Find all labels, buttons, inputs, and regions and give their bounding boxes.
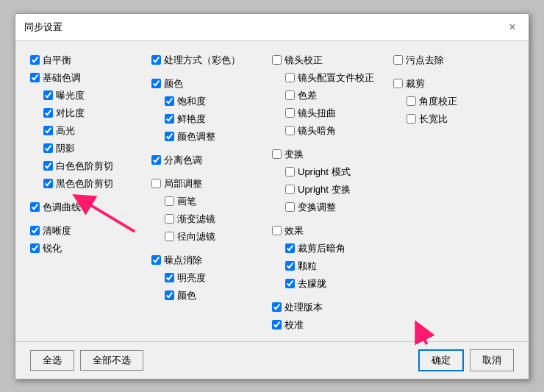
checkbox-lens-distort[interactable] <box>285 108 295 118</box>
checkbox-chromatic-aber[interactable] <box>285 90 295 100</box>
checkbox-highlight[interactable] <box>43 126 53 135</box>
item-split-tone: 分离色调 <box>151 153 267 168</box>
checkbox-lens-correct[interactable] <box>272 55 282 65</box>
item-radial-filter: 径向滤镜 <box>165 229 267 244</box>
close-button[interactable]: × <box>505 20 520 35</box>
checkbox-contrast[interactable] <box>43 108 53 118</box>
checkbox-dehaze[interactable] <box>285 279 295 288</box>
ok-button[interactable]: 确定 <box>418 349 464 371</box>
checkbox-radial-filter[interactable] <box>165 232 174 241</box>
checkbox-calibration[interactable] <box>272 320 282 329</box>
checkbox-brush[interactable] <box>165 196 174 206</box>
checkbox-spot-removal[interactable] <box>393 55 403 65</box>
item-sharpness: 锐化 <box>30 241 146 256</box>
label-chromatic-aber: 色差 <box>298 89 317 102</box>
item-tone-curve: 色调曲线 <box>30 200 146 215</box>
item-exposure: 曝光度 <box>43 88 146 103</box>
label-grad-filter: 渐变滤镜 <box>177 213 215 226</box>
checkbox-noise-reduce[interactable] <box>151 255 161 265</box>
checkbox-lens-vignette[interactable] <box>285 126 295 135</box>
checkbox-shadow[interactable] <box>43 143 53 153</box>
item-lens-vignette: 镜头暗角 <box>285 124 387 138</box>
item-transform-adjust: 变换调整 <box>285 200 387 215</box>
label-shadow: 阴影 <box>56 142 75 155</box>
sync-settings-dialog: 同步设置 × 自平衡 基础色调 曝光度 对比 <box>15 13 529 379</box>
checkbox-color-adjust[interactable] <box>165 132 174 141</box>
label-vibrance: 鲜艳度 <box>177 113 206 126</box>
item-grain: 颗粒 <box>285 259 387 274</box>
checkbox-tone-curve[interactable] <box>30 202 40 212</box>
label-post-crop-vignette: 裁剪后暗角 <box>298 242 346 255</box>
checkbox-auto-balance[interactable] <box>30 55 40 65</box>
checkbox-upright-transform[interactable] <box>285 185 295 194</box>
label-aspect-ratio: 长宽比 <box>419 113 448 126</box>
label-lens-correct: 镜头校正 <box>284 54 323 67</box>
label-split-tone: 分离色调 <box>164 154 202 167</box>
item-spot-removal: 污点去除 <box>393 53 509 68</box>
item-shadow: 阴影 <box>43 141 146 156</box>
label-brush: 画笔 <box>177 195 196 208</box>
label-luminance: 明亮度 <box>177 271 206 285</box>
cancel-button[interactable]: 取消 <box>470 349 514 371</box>
item-color-noise: 颜色 <box>165 288 267 303</box>
checkbox-transform-adjust[interactable] <box>285 202 295 212</box>
label-saturation: 饱和度 <box>177 95 206 108</box>
checkbox-sharpness[interactable] <box>30 243 40 253</box>
item-calibration: 校准 <box>272 318 387 332</box>
content-area: 自平衡 基础色调 曝光度 对比度 高光 <box>15 41 529 341</box>
item-lens-correct: 镜头校正 <box>272 53 387 68</box>
label-effects: 效果 <box>284 224 304 238</box>
label-radial-filter: 径向滤镜 <box>177 230 215 243</box>
label-spot-removal: 污点去除 <box>406 54 444 67</box>
label-color-noise: 颜色 <box>177 289 196 302</box>
checkbox-local-adjust[interactable] <box>151 179 161 188</box>
checkbox-lens-profile[interactable] <box>285 73 295 82</box>
checkbox-transform[interactable] <box>272 149 282 159</box>
checkbox-effects[interactable] <box>272 226 282 235</box>
label-white-clip: 白色色阶剪切 <box>56 160 113 173</box>
checkbox-basic-tone[interactable] <box>30 73 40 82</box>
label-lens-vignette: 镜头暗角 <box>298 124 336 138</box>
label-auto-balance: 自平衡 <box>43 54 71 67</box>
checkbox-clarity[interactable] <box>30 226 40 235</box>
item-process-version: 处理版本 <box>272 300 387 315</box>
label-grain: 颗粒 <box>298 260 317 273</box>
checkbox-process-version[interactable] <box>272 302 282 312</box>
checkbox-crop[interactable] <box>393 79 403 88</box>
checkbox-saturation[interactable] <box>165 96 174 106</box>
checkbox-split-tone[interactable] <box>151 155 161 165</box>
checkbox-upright-mode[interactable] <box>285 167 295 177</box>
item-color: 颜色 <box>151 76 267 91</box>
checkbox-process-mode[interactable] <box>151 55 161 65</box>
dialog-title: 同步设置 <box>24 21 62 34</box>
item-local-adjust: 局部调整 <box>151 177 267 191</box>
checkbox-vibrance[interactable] <box>165 114 174 124</box>
label-color: 颜色 <box>164 77 183 90</box>
checkbox-grad-filter[interactable] <box>165 214 174 224</box>
checkbox-black-clip[interactable] <box>43 179 53 188</box>
label-process-version: 处理版本 <box>284 301 323 314</box>
checkbox-color[interactable] <box>151 79 161 88</box>
label-color-adjust: 颜色调整 <box>177 130 215 143</box>
checkbox-exposure[interactable] <box>43 90 53 100</box>
item-lens-profile: 镜头配置文件校正 <box>285 71 387 85</box>
item-transform: 变换 <box>272 147 387 162</box>
deselect-all-button[interactable]: 全部不选 <box>80 350 143 371</box>
item-aspect-ratio: 长宽比 <box>407 112 509 126</box>
checkbox-aspect-ratio[interactable] <box>407 114 416 124</box>
title-bar: 同步设置 × <box>15 14 529 41</box>
column-1: 自平衡 基础色调 曝光度 对比度 高光 <box>30 53 151 332</box>
label-clarity: 清晰度 <box>43 224 71 238</box>
checkbox-luminance[interactable] <box>165 273 174 282</box>
label-tone-curve: 色调曲线 <box>43 201 81 214</box>
item-highlight: 高光 <box>43 124 146 138</box>
checkbox-post-crop-vignette[interactable] <box>285 243 295 253</box>
select-all-button[interactable]: 全选 <box>30 350 74 371</box>
label-calibration: 校准 <box>284 318 304 332</box>
checkbox-grain[interactable] <box>285 261 295 271</box>
checkbox-white-clip[interactable] <box>43 161 53 171</box>
checkbox-angle-correct[interactable] <box>407 96 416 106</box>
checkbox-color-noise[interactable] <box>165 291 174 300</box>
footer-left: 全选 全部不选 <box>30 350 143 371</box>
item-angle-correct: 角度校正 <box>407 94 509 109</box>
